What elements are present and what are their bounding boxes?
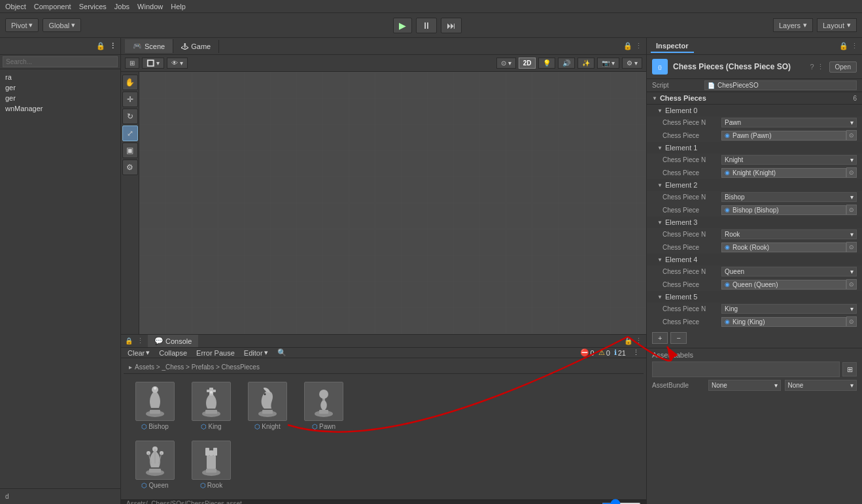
obj-target-btn-1[interactable]: ⊙ <box>846 167 857 178</box>
script-icon: 📄 <box>708 82 715 89</box>
menu-item-component[interactable]: Component <box>34 3 71 10</box>
move-tool[interactable]: ✛ <box>122 92 138 107</box>
tab-game[interactable]: 🕹 Game <box>173 40 219 53</box>
element-header-4[interactable]: ▼ Element 4 <box>647 254 862 265</box>
scene-gizmo-btn[interactable]: ⚙ ▾ <box>622 58 642 69</box>
layout-dropdown[interactable]: Layout ▾ <box>817 18 857 32</box>
element-header-1[interactable]: ▼ Element 1 <box>647 142 862 154</box>
tab-inspector[interactable]: Inspector <box>651 40 694 53</box>
scale-tool[interactable]: ⤢ <box>122 126 138 141</box>
hierarchy-item[interactable]: ger <box>0 82 120 93</box>
name-dropdown-1[interactable]: Knight ▾ <box>721 155 857 165</box>
tools-panel: ✋ ✛ ↻ ⤢ ▣ ⚙ <box>121 72 139 334</box>
name-dropdown-4[interactable]: Queen ▾ <box>721 267 857 277</box>
obj-field-label-3: Chess Piece <box>663 244 721 251</box>
hierarchy-item[interactable]: ger <box>0 93 120 103</box>
log-options-btn[interactable]: ⋮ <box>630 348 642 358</box>
inspector-options-icon[interactable]: ⋮ <box>851 42 858 50</box>
scene-options-icon[interactable]: ⋮ <box>635 42 642 50</box>
hierarchy-bottom-item[interactable]: d <box>5 492 115 501</box>
element-header-5[interactable]: ▼ Element 5 <box>647 291 862 303</box>
options-icon[interactable]: ⋮ <box>109 42 116 50</box>
remove-element-button[interactable]: − <box>670 332 686 344</box>
obj-value-4: ◉ Queen (Queen) <box>721 280 846 290</box>
scene-tabs: 🎮 Scene 🕹 Game 🔒 ⋮ <box>121 38 646 55</box>
rotate-tool[interactable]: ↻ <box>122 109 138 124</box>
scene-audio-btn[interactable]: 🔊 <box>558 58 575 69</box>
pivot-button[interactable]: Pivot ▾ <box>5 18 39 32</box>
element-name-field-4: Chess Piece N Queen ▾ <box>647 265 862 278</box>
editor-button[interactable]: Editor ▾ <box>241 348 271 358</box>
scene-toolbar: ⊞ 🔳 ▾ 👁 ▾ ⊙ ▾ 2D 💡 🔊 ✨ 📷 ▾ ⚙ ▾ <box>121 55 646 72</box>
scene-grid-btn[interactable]: ⊞ <box>125 58 139 69</box>
inspector-lock-icon[interactable]: 🔒 <box>839 42 848 50</box>
global-button[interactable]: Global ▾ <box>43 18 81 32</box>
element-header-2[interactable]: ▼ Element 2 <box>647 179 862 191</box>
pivot-label: Pivot <box>11 22 27 29</box>
scene-visibility-btn[interactable]: 👁 ▾ <box>167 58 188 69</box>
console-options-icon[interactable]: ⋮ <box>137 337 144 345</box>
clear-button[interactable]: Clear ▾ <box>125 348 152 358</box>
menu-item-help[interactable]: Help <box>171 3 186 10</box>
collapse-button[interactable]: Collapse <box>156 348 190 358</box>
obj-target-btn-2[interactable]: ⊙ <box>846 205 857 215</box>
play-button[interactable]: ▶ <box>393 18 412 33</box>
asset-item-bishop[interactable]: ⬡ Bishop <box>129 379 181 433</box>
element-obj-field-4: Chess Piece ◉ Queen (Queen) ⊙ <box>647 278 862 291</box>
name-dropdown-0[interactable]: Pawn ▾ <box>721 118 857 127</box>
asset-item-rook[interactable]: ⬡ Rook <box>185 438 237 492</box>
open-button[interactable]: Open <box>829 61 857 73</box>
menu-item-jobs[interactable]: Jobs <box>114 3 129 10</box>
pause-button[interactable]: ⏸ <box>416 18 437 33</box>
name-dropdown-5[interactable]: King ▾ <box>721 304 857 314</box>
step-button[interactable]: ⏭ <box>441 18 462 33</box>
hierarchy-item[interactable]: ra <box>0 72 120 82</box>
svg-point-9 <box>210 391 213 394</box>
global-label: Global <box>48 22 69 29</box>
transform-tool[interactable]: ⚙ <box>122 160 138 175</box>
scene-fx-btn[interactable]: ✨ <box>578 58 595 69</box>
inspector-add-remove: + − <box>647 328 862 348</box>
scene-orbit-btn[interactable]: ⊙ ▾ <box>496 58 516 69</box>
inspector-menu-icon[interactable]: ⋮ <box>817 63 824 71</box>
hierarchy-item[interactable]: wnManager <box>0 103 120 114</box>
name-dropdown-3[interactable]: Rook ▾ <box>721 229 857 239</box>
asset-labels-input[interactable] <box>652 361 840 377</box>
asset-item-pawn[interactable]: ⬡ Pawn <box>298 379 350 433</box>
menu-item-object[interactable]: Object <box>5 3 26 10</box>
menu-item-services[interactable]: Services <box>79 3 107 10</box>
inspector-help-icon[interactable]: ? <box>810 63 814 71</box>
asset-item-queen[interactable]: ⬡ Queen <box>129 438 181 492</box>
error-pause-button[interactable]: Error Pause <box>194 348 237 358</box>
element-label-0: Element 0 <box>665 107 857 114</box>
scene-light-btn[interactable]: 💡 <box>538 58 555 69</box>
status-bar: Assets/_Chess/SOs/ChessPieces.asset <box>121 499 646 504</box>
chess-pieces-header[interactable]: ▼ Chess Pieces 6 <box>647 92 862 105</box>
search-console-btn[interactable]: 🔍 <box>275 348 289 358</box>
console-menu-icon[interactable]: ⋮ <box>635 337 642 344</box>
asset-labels-btn[interactable]: ⊞ <box>842 362 857 377</box>
menu-item-window[interactable]: Window <box>137 3 163 10</box>
obj-target-btn-3[interactable]: ⊙ <box>846 242 857 252</box>
tab-scene[interactable]: 🎮 Scene <box>125 39 173 53</box>
layers-dropdown[interactable]: Layers ▾ <box>773 18 813 32</box>
rect-tool[interactable]: ▣ <box>122 143 138 158</box>
name-dropdown-2[interactable]: Bishop ▾ <box>721 192 857 202</box>
scene-render-btn[interactable]: 🔳 ▾ <box>142 58 164 69</box>
tab-console[interactable]: 💬 Console <box>148 335 198 347</box>
asset-item-king[interactable]: ⬡ King <box>185 379 237 433</box>
add-element-button[interactable]: + <box>652 332 668 344</box>
asset-item-knight[interactable]: ⬡ Knight <box>241 379 294 433</box>
scene-2d-button[interactable]: 2D <box>519 58 536 69</box>
element-header-3[interactable]: ▼ Element 3 <box>647 216 862 228</box>
element-header-0[interactable]: ▼ Element 0 <box>647 105 862 116</box>
svg-rect-14 <box>319 410 328 414</box>
scene-cam-btn[interactable]: 📷 ▾ <box>597 58 619 69</box>
hierarchy-search[interactable] <box>3 56 118 67</box>
obj-target-btn-5[interactable]: ⊙ <box>846 316 857 327</box>
hand-tool[interactable]: ✋ <box>122 75 138 90</box>
asset-bundle-dropdown2[interactable]: None ▾ <box>785 380 857 391</box>
obj-target-btn-0[interactable]: ⊙ <box>846 130 857 141</box>
obj-target-btn-4[interactable]: ⊙ <box>846 279 857 290</box>
asset-bundle-dropdown1[interactable]: None ▾ <box>708 380 781 391</box>
